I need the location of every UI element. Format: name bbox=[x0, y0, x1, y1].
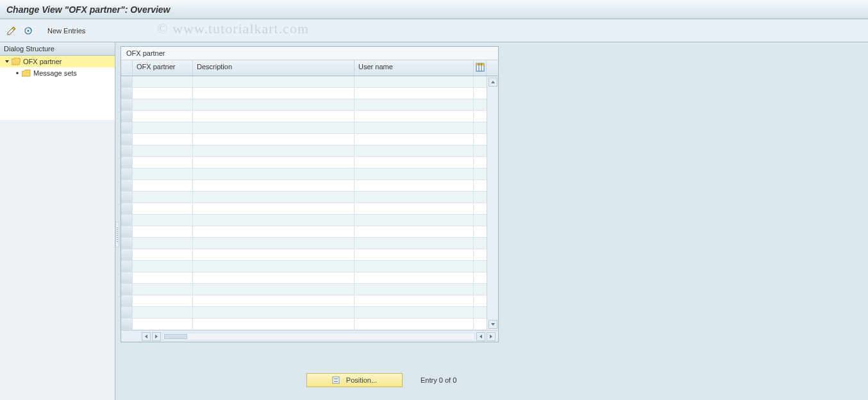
vertical-scrollbar[interactable] bbox=[487, 76, 498, 330]
cell[interactable] bbox=[133, 272, 193, 284]
row-selector[interactable] bbox=[121, 319, 133, 330]
cell[interactable] bbox=[355, 307, 474, 319]
cell[interactable] bbox=[133, 192, 193, 203]
cell[interactable] bbox=[355, 134, 474, 146]
cell[interactable] bbox=[193, 296, 355, 307]
cell[interactable] bbox=[193, 284, 355, 296]
cell[interactable] bbox=[133, 99, 193, 111]
cell[interactable] bbox=[193, 111, 355, 122]
scroll-left-icon[interactable] bbox=[142, 332, 151, 341]
row-selector[interactable] bbox=[121, 272, 133, 284]
cell[interactable] bbox=[133, 134, 193, 146]
cell[interactable] bbox=[133, 169, 193, 180]
cell[interactable] bbox=[133, 157, 193, 169]
table-row[interactable] bbox=[121, 99, 498, 111]
other-view-icon[interactable] bbox=[22, 24, 35, 37]
cell[interactable] bbox=[193, 307, 355, 319]
cell[interactable] bbox=[355, 238, 474, 249]
cell[interactable] bbox=[355, 284, 474, 296]
cell[interactable] bbox=[355, 180, 474, 192]
cell[interactable] bbox=[193, 238, 355, 249]
row-selector[interactable] bbox=[121, 238, 133, 249]
cell[interactable] bbox=[193, 169, 355, 180]
cell[interactable] bbox=[193, 272, 355, 284]
cell[interactable] bbox=[355, 215, 474, 226]
cell[interactable] bbox=[193, 192, 355, 203]
cell[interactable] bbox=[355, 146, 474, 157]
cell[interactable] bbox=[133, 180, 193, 192]
table-row[interactable] bbox=[121, 169, 498, 180]
cell[interactable] bbox=[193, 261, 355, 272]
scroll-down-icon[interactable] bbox=[488, 320, 497, 329]
new-entries-button[interactable]: New Entries bbox=[42, 25, 90, 37]
table-row[interactable] bbox=[121, 226, 498, 238]
scroll-up-icon[interactable] bbox=[488, 78, 497, 87]
table-row[interactable] bbox=[121, 319, 498, 330]
cell[interactable] bbox=[355, 296, 474, 307]
table-row[interactable] bbox=[121, 122, 498, 134]
cell[interactable] bbox=[133, 111, 193, 122]
table-row[interactable] bbox=[121, 272, 498, 284]
cell[interactable] bbox=[355, 111, 474, 122]
table-row[interactable] bbox=[121, 261, 498, 272]
cell[interactable] bbox=[133, 226, 193, 238]
table-row[interactable] bbox=[121, 88, 498, 99]
cell[interactable] bbox=[133, 76, 193, 88]
col-header-ofx-partner[interactable]: OFX partner bbox=[133, 60, 193, 76]
row-selector[interactable] bbox=[121, 261, 133, 272]
row-selector[interactable] bbox=[121, 111, 133, 122]
cell[interactable] bbox=[133, 307, 193, 319]
row-selector[interactable] bbox=[121, 122, 133, 134]
scroll-left-end-icon[interactable] bbox=[476, 332, 485, 341]
cell[interactable] bbox=[355, 99, 474, 111]
cell[interactable] bbox=[355, 169, 474, 180]
cell[interactable] bbox=[133, 249, 193, 261]
cell[interactable] bbox=[193, 215, 355, 226]
position-button[interactable]: Position... bbox=[306, 373, 403, 387]
cell[interactable] bbox=[133, 203, 193, 215]
cell[interactable] bbox=[193, 146, 355, 157]
tree-node-message-sets[interactable]: Message sets bbox=[0, 67, 115, 79]
table-row[interactable] bbox=[121, 203, 498, 215]
cell[interactable] bbox=[193, 157, 355, 169]
cell[interactable] bbox=[193, 319, 355, 330]
cell[interactable] bbox=[355, 319, 474, 330]
table-config-button[interactable] bbox=[474, 60, 487, 76]
table-row[interactable] bbox=[121, 238, 498, 249]
table-row[interactable] bbox=[121, 307, 498, 319]
row-selector[interactable] bbox=[121, 226, 133, 238]
cell[interactable] bbox=[193, 203, 355, 215]
table-row[interactable] bbox=[121, 76, 498, 88]
cell[interactable] bbox=[133, 215, 193, 226]
cell[interactable] bbox=[193, 99, 355, 111]
table-row[interactable] bbox=[121, 296, 498, 307]
hscroll-track[interactable] bbox=[162, 333, 475, 340]
row-selector[interactable] bbox=[121, 169, 133, 180]
row-selector[interactable] bbox=[121, 88, 133, 99]
cell[interactable] bbox=[193, 226, 355, 238]
table-row[interactable] bbox=[121, 192, 498, 203]
cell[interactable] bbox=[193, 180, 355, 192]
cell[interactable] bbox=[133, 319, 193, 330]
row-selector[interactable] bbox=[121, 134, 133, 146]
cell[interactable] bbox=[355, 226, 474, 238]
change-mode-icon[interactable] bbox=[5, 24, 18, 37]
table-row[interactable] bbox=[121, 180, 498, 192]
row-selector[interactable] bbox=[121, 307, 133, 319]
row-selector[interactable] bbox=[121, 180, 133, 192]
row-selector[interactable] bbox=[121, 99, 133, 111]
cell[interactable] bbox=[133, 88, 193, 99]
cell[interactable] bbox=[193, 122, 355, 134]
row-selector[interactable] bbox=[121, 157, 133, 169]
row-selector[interactable] bbox=[121, 192, 133, 203]
cell[interactable] bbox=[355, 76, 474, 88]
hscroll-thumb[interactable] bbox=[164, 334, 187, 339]
table-row[interactable] bbox=[121, 111, 498, 122]
cell[interactable] bbox=[355, 157, 474, 169]
cell[interactable] bbox=[355, 88, 474, 99]
table-row[interactable] bbox=[121, 284, 498, 296]
cell[interactable] bbox=[193, 249, 355, 261]
table-row[interactable] bbox=[121, 134, 498, 146]
cell[interactable] bbox=[355, 249, 474, 261]
cell[interactable] bbox=[133, 261, 193, 272]
